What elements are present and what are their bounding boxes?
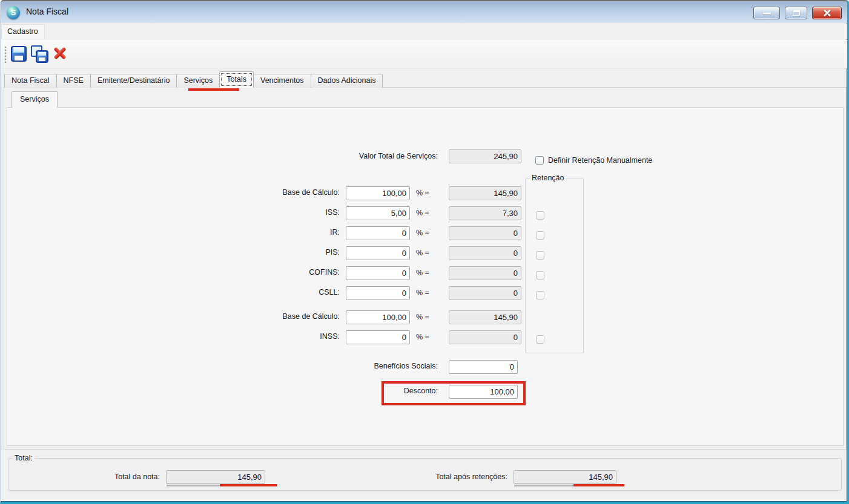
row-label: COFINS: (206, 268, 340, 277)
retencao-checkbox-inss (536, 335, 544, 344)
csll-percent-input[interactable] (346, 286, 410, 300)
retencao-checkbox-csll (536, 291, 544, 299)
annotation-total-apos-retencoes-underline (573, 484, 624, 486)
definir-retencao-label: Definir Retenção Manualmente (548, 156, 652, 165)
menu-item-cadastro[interactable]: Cadastro (1, 24, 45, 39)
percent-equals-label: % = (416, 209, 429, 217)
percent-equals-label: % = (416, 269, 429, 277)
pis-result-field (449, 246, 521, 260)
subtab-servicos[interactable]: Serviços (12, 91, 58, 108)
row-label: INSS: (206, 332, 340, 341)
base-calculo-result-field (449, 186, 521, 200)
ir-result-field (449, 226, 521, 240)
toolbar-gripper[interactable] (4, 46, 7, 63)
percent-equals-label: % = (416, 229, 429, 237)
tab-servicos[interactable]: Serviços (176, 74, 220, 88)
inss-result-field (449, 330, 521, 344)
retencao-checkbox-iss (536, 211, 544, 220)
inss-percent-input[interactable] (346, 330, 410, 344)
base-calculo2-result-field (449, 310, 521, 324)
annotation-desconto-box (382, 381, 526, 405)
total-apos-retencoes-field (514, 470, 616, 484)
retencao-checkbox-pis (536, 251, 544, 260)
percent-equals-label: % = (416, 289, 429, 297)
beneficios-input[interactable] (449, 360, 518, 374)
restore-button[interactable] (785, 7, 807, 19)
total-apos-retencoes-label: Total após retenções: (394, 473, 507, 481)
annotation-total-da-nota-underline (220, 484, 277, 486)
total-da-nota-label: Total da nota: (37, 473, 160, 481)
save-button[interactable] (10, 45, 28, 63)
base-calculo-percent-input[interactable] (346, 186, 410, 200)
valor-total-label: Valor Total de Serviços: (243, 152, 438, 160)
beneficios-label: Benefícios Sociais: (291, 362, 438, 370)
tab-totais[interactable]: Totais (219, 71, 254, 88)
cofins-percent-input[interactable] (346, 266, 410, 280)
iss-percent-input[interactable] (346, 206, 410, 220)
tab-vencimentos[interactable]: Vencimentos (253, 74, 311, 88)
ir-percent-input[interactable] (346, 226, 410, 240)
retencao-checkbox-cofins (536, 271, 544, 280)
percent-equals-label: % = (416, 313, 429, 321)
cancel-button[interactable] (51, 45, 69, 63)
csll-result-field (449, 286, 521, 300)
row-label: ISS: (206, 208, 340, 217)
row-label: IR: (206, 228, 340, 237)
percent-equals-label: % = (416, 249, 429, 257)
iss-result-field (449, 206, 521, 220)
minimize-icon (763, 13, 771, 15)
row-label: PIS: (206, 248, 340, 257)
valor-total-field (449, 149, 521, 163)
total-da-nota-field (166, 470, 265, 484)
row-label: Base de Cálculo: (206, 188, 340, 197)
minimize-button[interactable] (753, 7, 780, 19)
percent-equals-label: % = (416, 333, 429, 341)
field-shadow (514, 485, 575, 486)
definir-retencao-checkbox[interactable] (535, 156, 544, 165)
close-button[interactable] (812, 7, 842, 19)
cofins-result-field (449, 266, 521, 280)
menu-bar: Cadastro (1, 24, 848, 39)
percent-equals-label: % = (416, 189, 429, 197)
app-logo-icon: S (7, 6, 20, 19)
toolbar (1, 40, 848, 68)
annotation-tab-totais-underline (188, 88, 239, 91)
field-shadow (167, 485, 221, 486)
tab-emitente-destinatario[interactable]: Emitente/Destinatário (90, 74, 177, 88)
window-title: Nota Fiscal (26, 7, 68, 16)
app-window: S Nota Fiscal Cadastro Nota Fi (0, 0, 849, 504)
row-label: Base de Cálculo: (206, 312, 340, 321)
tab-dados-adicionais[interactable]: Dados Adicionais (311, 74, 383, 88)
title-bar: S Nota Fiscal (1, 0, 847, 23)
main-tab-strip: Nota Fiscal NFSE Emitente/Destinatário S… (4, 71, 382, 88)
row-label: CSLL: (206, 288, 340, 296)
save-all-button[interactable] (30, 45, 48, 63)
total-group-label: Total: (13, 454, 35, 462)
tab-nfse[interactable]: NFSE (56, 74, 91, 88)
tab-nota-fiscal[interactable]: Nota Fiscal (4, 74, 57, 88)
retencao-groupbox: Retenção (525, 178, 584, 353)
retencao-checkbox-ir (536, 231, 544, 240)
base-calculo2-percent-input[interactable] (346, 310, 410, 324)
retencao-group-label: Retenção (530, 174, 566, 182)
restore-icon (793, 10, 800, 16)
pis-percent-input[interactable] (346, 246, 410, 260)
